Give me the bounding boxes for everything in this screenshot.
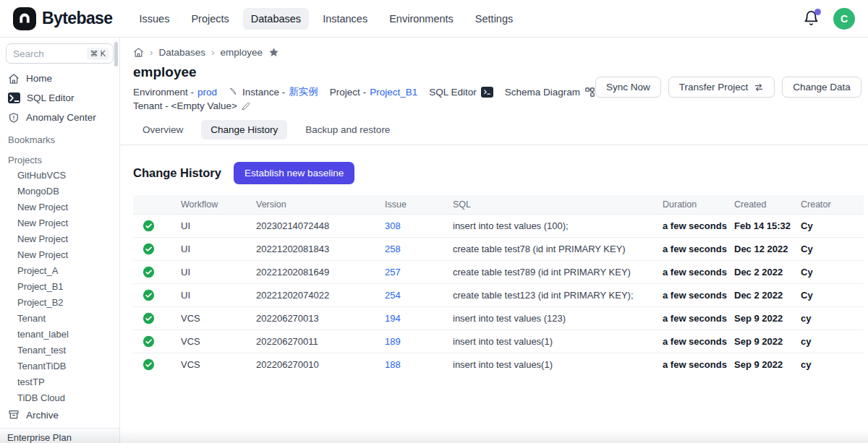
- issue-cell: 189: [379, 330, 447, 353]
- issue-link[interactable]: 188: [385, 359, 401, 370]
- creator-cell: cy: [795, 353, 864, 377]
- change-history-row[interactable]: UI 20221202074022 254 create table test1…: [133, 284, 864, 307]
- creator-cell: Cy: [795, 215, 864, 238]
- tab[interactable]: Change History: [201, 120, 287, 139]
- issue-link[interactable]: 194: [385, 313, 401, 324]
- sidebar-project-item[interactable]: MongoDB: [0, 184, 119, 199]
- environment-link[interactable]: prod: [197, 87, 217, 98]
- schema-diagram-shortcut[interactable]: Schema Diagram: [505, 87, 595, 98]
- search-input[interactable]: Search ⌘ K: [6, 43, 114, 64]
- sidebar-project-item[interactable]: Tenant_test: [0, 343, 119, 358]
- sql-editor-shortcut[interactable]: SQL Editor: [429, 87, 493, 98]
- change-history-row[interactable]: UI 20221202081649 257 create table test7…: [133, 261, 864, 284]
- creator-cell: Cy: [795, 284, 864, 307]
- issue-link[interactable]: 254: [385, 290, 401, 301]
- column-header: Creator: [795, 195, 864, 215]
- change-history-row[interactable]: UI 20230214072448 308 insert into test v…: [133, 215, 864, 238]
- nav-item[interactable]: Databases: [243, 8, 309, 30]
- tab[interactable]: Overview: [133, 120, 192, 139]
- terminal-icon: [481, 87, 493, 98]
- shield-icon: [8, 112, 20, 124]
- tab[interactable]: Backup and restore: [296, 120, 399, 139]
- bookmark-star-icon[interactable]: [268, 47, 279, 58]
- workflow-cell: UI: [175, 238, 250, 261]
- terminal-icon: [8, 93, 20, 103]
- change-history-row[interactable]: VCS 202206270011 189 insert into test va…: [133, 330, 864, 353]
- sidebar-project-item[interactable]: New Project: [0, 215, 119, 231]
- sidebar-project-item[interactable]: Project_A: [0, 263, 119, 279]
- issue-cell: 188: [379, 353, 447, 377]
- issue-link[interactable]: 258: [385, 244, 401, 254]
- nav-item[interactable]: Instances: [315, 8, 375, 30]
- schema-diagram-icon: [584, 87, 595, 98]
- change-history-row[interactable]: VCS 202206270013 194 insert into test va…: [133, 307, 864, 330]
- sidebar-project-item[interactable]: New Project: [0, 231, 119, 247]
- environment-meta: Environment - prod: [133, 87, 217, 98]
- sidebar-project-item[interactable]: Tenant: [0, 311, 119, 327]
- sql-cell: insert into test values(1): [447, 353, 657, 377]
- duration-cell: a few seconds: [657, 215, 728, 238]
- sidebar-scrollbar-thumb[interactable]: [114, 42, 118, 66]
- sidebar-project-item[interactable]: tenant_label: [0, 327, 119, 343]
- created-cell: Dec 2 2022: [728, 261, 795, 284]
- subscription-plan-label[interactable]: Enterprise Plan: [0, 428, 119, 443]
- column-status: [133, 195, 175, 215]
- page-title: employee: [133, 64, 595, 80]
- column-header: Created: [728, 195, 795, 215]
- establish-baseline-button[interactable]: Establish new baseline: [234, 162, 354, 184]
- project-link[interactable]: Project_B1: [370, 87, 417, 98]
- edit-tenant-pencil-icon[interactable]: [241, 101, 251, 111]
- sidebar-item-archive[interactable]: Archive: [0, 405, 119, 425]
- change-history-row[interactable]: UI 20221202081843 258 create table test7…: [133, 238, 864, 261]
- sidebar-project-item[interactable]: testTP: [0, 374, 119, 390]
- sidebar-project-item[interactable]: TiDB Cloud: [0, 390, 119, 406]
- main-nav: Issues Projects Databases Instances Envi…: [131, 8, 521, 30]
- breadcrumb-home-icon[interactable]: [133, 47, 144, 58]
- version-cell: 20230214072448: [250, 215, 379, 238]
- issue-link[interactable]: 189: [385, 336, 401, 347]
- sidebar-project-item[interactable]: GitHubVCS: [0, 168, 119, 184]
- breadcrumb-databases[interactable]: Databases: [159, 47, 206, 58]
- sidebar-item-anomaly-center[interactable]: Anomaly Center: [0, 108, 119, 127]
- change-history-row[interactable]: VCS 202206270010 188 insert into test va…: [133, 353, 864, 377]
- table-body: UI 20230214072448 308 insert into test v…: [133, 215, 864, 377]
- workflow-cell: VCS: [175, 353, 250, 377]
- issue-link[interactable]: 257: [385, 267, 401, 278]
- transfer-project-button[interactable]: Transfer Project: [668, 77, 775, 98]
- issue-link[interactable]: 308: [385, 220, 401, 231]
- created-cell: Dec 12 2022: [728, 238, 795, 261]
- bytebase-logo[interactable]: Bytebase: [13, 7, 112, 30]
- logo-glyph: [17, 12, 32, 26]
- change-data-button[interactable]: Change Data: [782, 77, 861, 98]
- sidebar-project-item[interactable]: New Project: [0, 247, 119, 263]
- column-header: Version: [250, 195, 379, 215]
- sidebar-item-sql-editor[interactable]: SQL Editor: [0, 88, 119, 108]
- database-meta-line-2: Tenant - <Empty Value>: [133, 100, 595, 111]
- sidebar-item-home[interactable]: Home: [0, 69, 119, 88]
- version-cell: 20221202081649: [250, 261, 379, 284]
- column-header: SQL: [447, 195, 657, 215]
- issue-cell: 308: [379, 215, 447, 238]
- success-status-icon: [142, 220, 155, 232]
- sync-now-button[interactable]: Sync Now: [595, 77, 661, 98]
- change-history-title: Change History: [133, 166, 221, 180]
- user-avatar[interactable]: C: [833, 8, 855, 30]
- database-meta-line-1: Environment - prod Instance - 新实例 Projec…: [133, 85, 595, 98]
- nav-item[interactable]: Issues: [131, 8, 177, 30]
- nav-item[interactable]: Environments: [381, 8, 461, 30]
- issue-cell: 258: [379, 238, 447, 261]
- swap-arrows-icon: [754, 82, 764, 93]
- instance-link[interactable]: 新实例: [289, 85, 318, 98]
- sidebar-project-item[interactable]: New Project: [0, 199, 119, 215]
- search-placeholder: Search: [13, 48, 44, 59]
- nav-item[interactable]: Settings: [467, 8, 521, 30]
- sidebar-project-item[interactable]: Project_B2: [0, 295, 119, 311]
- sidebar-project-item[interactable]: Project_B1: [0, 279, 119, 295]
- sql-cell: insert into test values (123): [447, 307, 657, 330]
- change-history-table: Workflow Version Issue SQL Duration Crea…: [133, 195, 864, 376]
- nav-item[interactable]: Projects: [183, 8, 237, 30]
- success-status-icon: [142, 243, 155, 255]
- sidebar-project-item[interactable]: TenantTiDB: [0, 358, 119, 374]
- main-content: › Databases › employee employee Environm…: [120, 38, 868, 443]
- notifications-button[interactable]: [803, 10, 820, 27]
